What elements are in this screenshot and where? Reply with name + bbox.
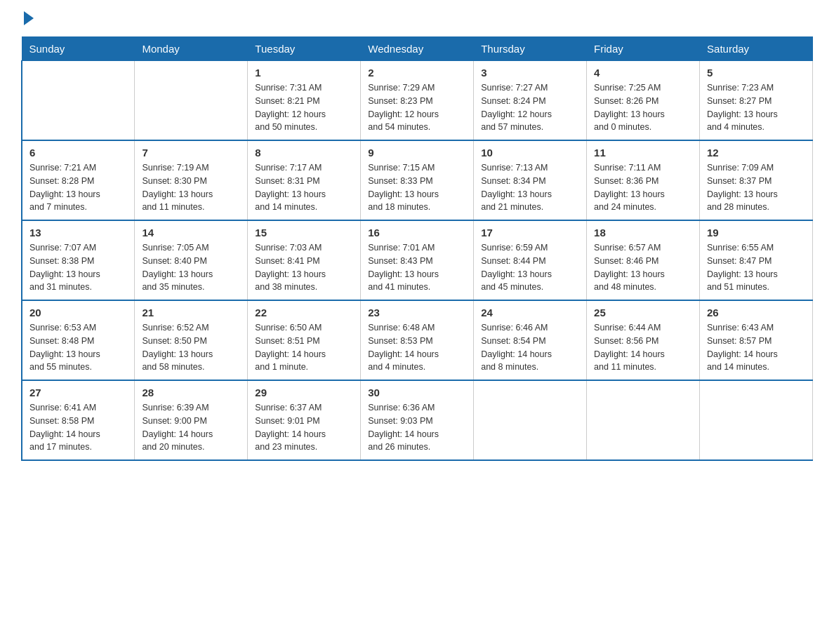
day-info: Sunrise: 7:05 AM Sunset: 8:40 PM Dayligh… <box>142 241 240 294</box>
calendar-cell: 28Sunrise: 6:39 AM Sunset: 9:00 PM Dayli… <box>135 380 248 460</box>
day-info: Sunrise: 7:23 AM Sunset: 8:27 PM Dayligh… <box>707 81 805 134</box>
calendar-cell: 5Sunrise: 7:23 AM Sunset: 8:27 PM Daylig… <box>700 61 813 141</box>
calendar-week-row: 1Sunrise: 7:31 AM Sunset: 8:21 PM Daylig… <box>22 61 813 141</box>
calendar-cell <box>22 61 135 141</box>
logo-arrow-icon <box>24 11 34 25</box>
day-info: Sunrise: 6:48 AM Sunset: 8:53 PM Dayligh… <box>368 321 466 374</box>
calendar-cell: 30Sunrise: 6:36 AM Sunset: 9:03 PM Dayli… <box>361 380 474 460</box>
day-number: 21 <box>142 307 240 318</box>
column-header-thursday: Thursday <box>474 37 587 61</box>
calendar-cell: 14Sunrise: 7:05 AM Sunset: 8:40 PM Dayli… <box>135 220 248 300</box>
day-info: Sunrise: 6:50 AM Sunset: 8:51 PM Dayligh… <box>255 321 353 374</box>
calendar-cell: 8Sunrise: 7:17 AM Sunset: 8:31 PM Daylig… <box>248 140 361 220</box>
day-number: 20 <box>29 307 127 318</box>
day-number: 3 <box>481 67 579 79</box>
day-number: 26 <box>707 307 805 318</box>
calendar-cell: 7Sunrise: 7:19 AM Sunset: 8:30 PM Daylig… <box>135 140 248 220</box>
day-number: 16 <box>368 227 466 239</box>
page-header <box>21 14 813 22</box>
calendar-cell <box>587 380 700 460</box>
day-number: 17 <box>481 227 579 239</box>
day-info: Sunrise: 7:19 AM Sunset: 8:30 PM Dayligh… <box>142 161 240 214</box>
calendar-cell: 10Sunrise: 7:13 AM Sunset: 8:34 PM Dayli… <box>474 140 587 220</box>
day-number: 24 <box>481 307 579 318</box>
column-header-monday: Monday <box>135 37 248 61</box>
day-info: Sunrise: 6:41 AM Sunset: 8:58 PM Dayligh… <box>29 401 127 454</box>
calendar-cell: 20Sunrise: 6:53 AM Sunset: 8:48 PM Dayli… <box>22 300 135 380</box>
calendar-cell: 15Sunrise: 7:03 AM Sunset: 8:41 PM Dayli… <box>248 220 361 300</box>
calendar-header-row: SundayMondayTuesdayWednesdayThursdayFrid… <box>22 37 813 61</box>
day-info: Sunrise: 6:46 AM Sunset: 8:54 PM Dayligh… <box>481 321 579 374</box>
day-info: Sunrise: 7:31 AM Sunset: 8:21 PM Dayligh… <box>255 81 353 134</box>
day-number: 5 <box>707 67 805 79</box>
calendar-cell <box>474 380 587 460</box>
calendar-cell: 6Sunrise: 7:21 AM Sunset: 8:28 PM Daylig… <box>22 140 135 220</box>
calendar-cell: 27Sunrise: 6:41 AM Sunset: 8:58 PM Dayli… <box>22 380 135 460</box>
day-info: Sunrise: 7:29 AM Sunset: 8:23 PM Dayligh… <box>368 81 466 134</box>
calendar-table: SundayMondayTuesdayWednesdayThursdayFrid… <box>21 36 813 461</box>
column-header-sunday: Sunday <box>22 37 135 61</box>
calendar-cell: 16Sunrise: 7:01 AM Sunset: 8:43 PM Dayli… <box>361 220 474 300</box>
calendar-cell: 12Sunrise: 7:09 AM Sunset: 8:37 PM Dayli… <box>700 140 813 220</box>
calendar-cell: 23Sunrise: 6:48 AM Sunset: 8:53 PM Dayli… <box>361 300 474 380</box>
day-number: 11 <box>594 147 692 159</box>
calendar-cell: 22Sunrise: 6:50 AM Sunset: 8:51 PM Dayli… <box>248 300 361 380</box>
day-info: Sunrise: 7:13 AM Sunset: 8:34 PM Dayligh… <box>481 161 579 214</box>
day-info: Sunrise: 6:44 AM Sunset: 8:56 PM Dayligh… <box>594 321 692 374</box>
day-number: 15 <box>255 227 353 239</box>
calendar-cell: 19Sunrise: 6:55 AM Sunset: 8:47 PM Dayli… <box>700 220 813 300</box>
calendar-cell: 9Sunrise: 7:15 AM Sunset: 8:33 PM Daylig… <box>361 140 474 220</box>
day-info: Sunrise: 7:03 AM Sunset: 8:41 PM Dayligh… <box>255 241 353 294</box>
day-info: Sunrise: 7:21 AM Sunset: 8:28 PM Dayligh… <box>29 161 127 214</box>
calendar-cell: 25Sunrise: 6:44 AM Sunset: 8:56 PM Dayli… <box>587 300 700 380</box>
day-number: 1 <box>255 67 353 79</box>
calendar-cell: 21Sunrise: 6:52 AM Sunset: 8:50 PM Dayli… <box>135 300 248 380</box>
calendar-cell: 1Sunrise: 7:31 AM Sunset: 8:21 PM Daylig… <box>248 61 361 141</box>
column-header-saturday: Saturday <box>700 37 813 61</box>
calendar-cell: 13Sunrise: 7:07 AM Sunset: 8:38 PM Dayli… <box>22 220 135 300</box>
day-info: Sunrise: 7:01 AM Sunset: 8:43 PM Dayligh… <box>368 241 466 294</box>
day-info: Sunrise: 7:15 AM Sunset: 8:33 PM Dayligh… <box>368 161 466 214</box>
column-header-tuesday: Tuesday <box>248 37 361 61</box>
day-number: 12 <box>707 147 805 159</box>
day-number: 23 <box>368 307 466 318</box>
column-header-wednesday: Wednesday <box>361 37 474 61</box>
day-number: 7 <box>142 147 240 159</box>
day-number: 10 <box>481 147 579 159</box>
day-number: 28 <box>142 387 240 398</box>
day-info: Sunrise: 6:43 AM Sunset: 8:57 PM Dayligh… <box>707 321 805 374</box>
day-number: 18 <box>594 227 692 239</box>
day-number: 29 <box>255 387 353 398</box>
day-number: 9 <box>368 147 466 159</box>
day-number: 8 <box>255 147 353 159</box>
logo <box>21 14 34 22</box>
day-info: Sunrise: 7:25 AM Sunset: 8:26 PM Dayligh… <box>594 81 692 134</box>
day-number: 13 <box>29 227 127 239</box>
calendar-week-row: 6Sunrise: 7:21 AM Sunset: 8:28 PM Daylig… <box>22 140 813 220</box>
calendar-week-row: 27Sunrise: 6:41 AM Sunset: 8:58 PM Dayli… <box>22 380 813 460</box>
calendar-week-row: 13Sunrise: 7:07 AM Sunset: 8:38 PM Dayli… <box>22 220 813 300</box>
day-info: Sunrise: 7:07 AM Sunset: 8:38 PM Dayligh… <box>29 241 127 294</box>
day-number: 22 <box>255 307 353 318</box>
calendar-cell: 18Sunrise: 6:57 AM Sunset: 8:46 PM Dayli… <box>587 220 700 300</box>
calendar-cell: 3Sunrise: 7:27 AM Sunset: 8:24 PM Daylig… <box>474 61 587 141</box>
calendar-cell: 2Sunrise: 7:29 AM Sunset: 8:23 PM Daylig… <box>361 61 474 141</box>
calendar-cell: 26Sunrise: 6:43 AM Sunset: 8:57 PM Dayli… <box>700 300 813 380</box>
day-number: 6 <box>29 147 127 159</box>
day-info: Sunrise: 6:59 AM Sunset: 8:44 PM Dayligh… <box>481 241 579 294</box>
calendar-cell: 11Sunrise: 7:11 AM Sunset: 8:36 PM Dayli… <box>587 140 700 220</box>
day-number: 2 <box>368 67 466 79</box>
day-info: Sunrise: 6:53 AM Sunset: 8:48 PM Dayligh… <box>29 321 127 374</box>
day-info: Sunrise: 6:37 AM Sunset: 9:01 PM Dayligh… <box>255 401 353 454</box>
day-info: Sunrise: 7:11 AM Sunset: 8:36 PM Dayligh… <box>594 161 692 214</box>
day-number: 25 <box>594 307 692 318</box>
day-info: Sunrise: 6:39 AM Sunset: 9:00 PM Dayligh… <box>142 401 240 454</box>
day-number: 4 <box>594 67 692 79</box>
day-number: 14 <box>142 227 240 239</box>
calendar-cell: 29Sunrise: 6:37 AM Sunset: 9:01 PM Dayli… <box>248 380 361 460</box>
day-info: Sunrise: 7:17 AM Sunset: 8:31 PM Dayligh… <box>255 161 353 214</box>
column-header-friday: Friday <box>587 37 700 61</box>
day-number: 19 <box>707 227 805 239</box>
day-number: 30 <box>368 387 466 398</box>
calendar-cell: 24Sunrise: 6:46 AM Sunset: 8:54 PM Dayli… <box>474 300 587 380</box>
